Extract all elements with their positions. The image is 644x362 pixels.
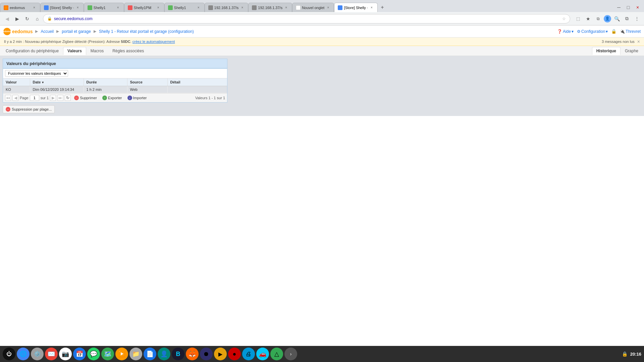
app-header: eedomus eedomus ▶ Accueil ▶ portail et g… [0,25,644,38]
tab-favicon-8 [296,5,301,10]
notification-right: 3 messages non lus × [602,39,640,44]
browser-tab-8[interactable]: Nouvel onglet × [292,3,334,12]
browser-tab-7[interactable]: 192.168.1.37/s × [248,3,292,12]
notification-close[interactable]: × [637,39,640,44]
browser-tab-2[interactable]: [Store] Shelly · × [40,3,84,12]
col-valeur[interactable]: Valeur [3,78,30,86]
bookmark-star-icon[interactable]: ★ [584,14,592,23]
close-browser-button[interactable]: × [633,3,642,12]
address-bar-area: ◀ ▶ ↻ ⌂ 🔒 secure.eedomus.com ☆ ⬚ ★ ⧉ 👤 🔍… [0,12,644,25]
col-detail[interactable]: Détail [167,78,227,86]
tab-title-4: Shelly1PM [134,6,155,10]
browser-tab-5[interactable]: Shelly1 × [164,3,205,12]
tab-close-7[interactable]: × [284,5,288,10]
tab-title-6: 192.168.1.37/s [214,6,239,10]
tab-close-1[interactable]: × [32,5,37,10]
home-button[interactable]: ⌂ [33,14,42,23]
delete-icon: – [74,96,79,100]
tab-configuration[interactable]: Configuration du périphérique [1,47,63,55]
tab-graphe[interactable]: Graphe [621,47,643,55]
reload-button[interactable]: ↻ [23,14,32,23]
tab-close-8[interactable]: × [326,5,330,10]
settings-icon[interactable]: ⋮ [633,14,641,23]
browser-tab-3[interactable]: Shelly1 × [84,3,124,12]
col-date[interactable]: Date▼ [30,78,84,86]
notification-text: Il y a 2 min : Nouveau périphérique Zigb… [4,40,602,44]
tab-historique[interactable]: Historique [592,47,621,55]
back-button[interactable]: ◀ [3,14,11,23]
configuration-button[interactable]: ⚙ Configuration ▾ [577,29,608,34]
page-count-text: Valeurs 1 - 1 sur 1 [195,96,225,100]
tab-favicon-7 [252,5,257,10]
tab-close-3[interactable]: × [116,5,120,10]
import-button[interactable]: ↓ Importer [125,95,149,101]
browser-tab-9[interactable]: [Store] Shelly · × [334,3,378,12]
cell-duree: 1 h 2 min [84,86,127,93]
tab-close-6[interactable]: × [240,5,245,10]
aide-button[interactable]: ❓ Aide ▾ [557,29,574,34]
delete-page-icon: – [6,107,10,112]
browser-tab-6[interactable]: 192.168.1.37/s × [205,3,249,12]
maximize-button[interactable]: □ [624,3,633,12]
minimize-button[interactable]: ─ [614,3,623,12]
tab-favicon-1 [4,5,8,10]
browser-tab-4[interactable]: Shelly1PM × [124,3,164,12]
notification-link[interactable]: créez le automatiquement [132,40,175,44]
prev-page-button[interactable]: ◀ [12,95,18,101]
refresh-button[interactable]: ↻ [65,95,71,101]
values-table: Valeur Date▼ Durée Source Détail [3,78,227,93]
breadcrumb-accueil[interactable]: Accueil [41,29,54,34]
notification-message-count: 3 messages non lus [602,40,635,44]
address-text: secure.eedomus.com [54,16,560,21]
tab-title-2: [Store] Shelly · [50,6,74,10]
tab-title-9: [Store] Shelly · [344,6,368,10]
profile-icon[interactable]: 👤 [604,15,611,22]
breadcrumb-sep-1: ▶ [35,29,38,34]
page-total: sur 1 [41,96,49,100]
export-button[interactable]: ↑ Exporter [100,95,124,101]
tab-close-4[interactable]: × [156,5,161,10]
header-right: ❓ Aide ▾ ⚙ Configuration ▾ 🔒 🔌 Threvret [557,29,641,34]
last-page-button[interactable]: ⏭ [57,95,63,101]
tab-favicon-6 [208,5,213,10]
cast-icon[interactable]: ⬚ [574,14,582,23]
breadcrumb-shelly[interactable]: Shelly 1 - Retour état portail et garage… [99,29,194,34]
address-input[interactable]: 🔒 secure.eedomus.com ☆ [43,14,570,23]
table-row: KO Dim 06/12/2020 19:14:34 1 h 2 min Web [3,86,227,93]
tab-valeurs[interactable]: Valeurs [63,47,86,55]
breadcrumb-sep-2: ▶ [56,29,59,34]
extension-puzzle-icon[interactable]: ⧉ [594,14,602,23]
sort-date-icon: ▼ [41,81,44,84]
filter-select[interactable]: Fusionner les valeurs identiques Ne pas … [5,70,68,77]
tab-favicon-5 [168,5,173,10]
breadcrumb-sep-3: ▶ [94,29,96,34]
extension-icon[interactable]: ⧉ [623,14,631,23]
first-page-button[interactable]: ⏮ [5,95,11,101]
filter-bar: Fusionner les valeurs identiques Ne pas … [3,69,227,78]
new-tab-button[interactable]: + [378,3,387,12]
breadcrumb-garage[interactable]: portail et garage [62,29,91,34]
forward-button[interactable]: ▶ [13,14,21,23]
bookmark-icon[interactable]: ☆ [562,16,566,21]
search-icon[interactable]: 🔍 [612,14,621,23]
tab-close-5[interactable]: × [196,5,201,10]
delete-button[interactable]: – Supprimer [72,95,99,101]
pagination-bar: ⏮ ◀ Page sur 1 ▶ ⏭ ↻ – Supprimer ↑ Expor… [3,93,227,102]
delete-page-button[interactable]: – Suppression par plage... [3,105,55,113]
import-icon: ↓ [127,96,132,100]
browser-tab-1[interactable]: eedomus × [0,3,40,12]
notification-bar: Il y a 2 min : Nouveau périphérique Zigb… [0,38,644,46]
user-button[interactable]: 🔌 Threvret [620,29,641,34]
logo-text: eedomus [12,29,33,34]
page-input[interactable] [30,95,39,101]
tab-title-3: Shelly1 [94,6,114,10]
tab-macros[interactable]: Macros [86,47,108,55]
tab-close-9[interactable]: × [369,5,374,10]
values-table-container: Fusionner les valeurs identiques Ne pas … [3,68,227,103]
col-duree[interactable]: Durée [84,78,127,86]
col-source[interactable]: Source [127,78,167,86]
next-page-button[interactable]: ▶ [50,95,56,101]
tab-regles[interactable]: Règles associées [108,47,148,55]
tab-close-2[interactable]: × [75,5,80,10]
tab-title-5: Shelly1 [174,6,195,10]
